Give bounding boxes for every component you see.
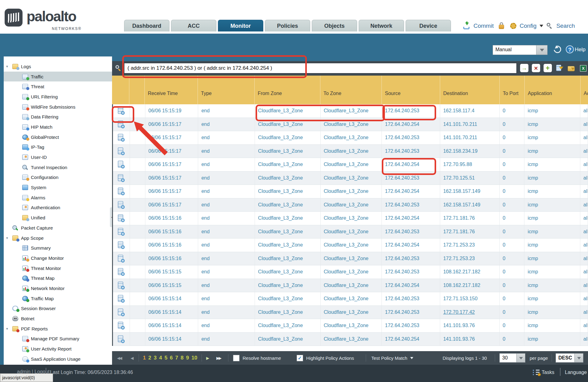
cell-from-zone[interactable]: Cloudflare_L3_Zone [255, 265, 321, 279]
highlight-policy-checkbox[interactable]: ✓ [297, 355, 303, 361]
apply-filter-icon[interactable]: → [520, 64, 528, 72]
cell-action[interactable]: allow [580, 198, 588, 212]
cell-to-port[interactable]: 0 [500, 145, 525, 158]
sidebar-item-system[interactable]: System [4, 182, 112, 193]
cell-to-zone[interactable]: Cloudflare_L3_Zone [321, 172, 382, 185]
page-number-7[interactable]: 7 [175, 355, 178, 361]
log-detail-icon[interactable] [118, 174, 125, 182]
cell-source[interactable]: 172.64.240.253 [382, 292, 440, 305]
log-detail-icon[interactable] [118, 187, 125, 195]
cell-destination[interactable]: 172.71.253.23 [440, 239, 500, 252]
cell-destination[interactable]: 141.101.70.211 [440, 118, 500, 131]
tab-policies[interactable]: Policies [265, 20, 310, 31]
commit-button[interactable]: Commit [473, 23, 494, 29]
cell-source[interactable]: 172.64.240.253 [382, 131, 440, 144]
next-page-button[interactable]: ▶ [206, 356, 208, 360]
sidebar-item-threat-map[interactable]: Threat Map [4, 273, 112, 283]
cell-action[interactable]: allow [580, 239, 588, 252]
cell-to-port[interactable]: 0 [500, 118, 525, 131]
cell-source[interactable]: 172.64.240.253 [382, 265, 440, 279]
sidebar-item-tunnel-inspection[interactable]: Tunnel Inspection [4, 162, 112, 172]
refresh-mode-select[interactable]: Manual [493, 45, 548, 55]
language-button[interactable]: Language [565, 370, 587, 375]
cell-destination[interactable]: 172.71.253.23 [440, 252, 500, 265]
sidebar-item-wildfire-submissions[interactable]: WildFire Submissions [4, 102, 112, 112]
cell-to-port[interactable]: 0 [500, 252, 525, 265]
cell-application[interactable]: icmp [524, 225, 580, 239]
cell-to-port[interactable]: 0 [500, 225, 525, 239]
cell-to-zone[interactable]: Cloudflare_L3_Zone [321, 279, 382, 292]
column-header-to-port[interactable]: To Port [499, 76, 524, 104]
sidebar-item-traffic[interactable]: Traffic [4, 72, 112, 82]
expander-icon[interactable]: ▼ [6, 327, 12, 330]
page-number-1[interactable]: 1 [143, 355, 146, 361]
tasks-button[interactable]: Tasks [542, 370, 554, 375]
sidebar-item-botnet[interactable]: Botnet [4, 313, 112, 324]
sidebar-item-url-filtering[interactable]: URL Filtering [4, 92, 112, 102]
cell-source[interactable]: 172.64.240.253 [382, 145, 440, 158]
sidebar-item-traffic-map[interactable]: Traffic Map [4, 293, 112, 304]
cell-to-zone[interactable]: Cloudflare_L3_Zone [321, 319, 382, 332]
cell-action[interactable]: allow [580, 212, 588, 225]
cell-from-zone[interactable]: Cloudflare_L3_Zone [255, 158, 321, 171]
clear-filter-icon[interactable]: × [532, 64, 540, 72]
cell-action[interactable]: allow [580, 279, 588, 292]
load-filter-icon[interactable] [567, 64, 575, 72]
cell-action[interactable]: allow [580, 104, 588, 118]
sidebar-item-data-filtering[interactable]: Data Filtering [4, 112, 112, 122]
sidebar-item-threat-monitor[interactable]: Threat Monitor [4, 263, 112, 273]
cell-source[interactable]: 172.64.240.253 [382, 306, 440, 319]
cell-from-zone[interactable]: Cloudflare_L3_Zone [255, 225, 321, 239]
sidebar-item-network-monitor[interactable]: Network Monitor [4, 283, 112, 293]
log-detail-icon[interactable] [118, 268, 125, 276]
cell-application[interactable]: icmp [524, 279, 580, 292]
sidebar-item-summary[interactable]: Summary [4, 243, 112, 253]
cell-to-port[interactable]: 0 [500, 239, 525, 252]
cell-action[interactable]: allow [580, 225, 588, 239]
log-detail-icon[interactable] [118, 281, 125, 289]
last-page-button[interactable]: ▶▶ [216, 356, 221, 360]
cell-source[interactable]: 172.64.240.254 [382, 239, 440, 252]
page-number-9[interactable]: 9 [186, 355, 189, 361]
cell-action[interactable]: allow [580, 118, 588, 131]
test-policy-match-button[interactable]: Test Policy Match [371, 355, 407, 361]
log-detail-icon[interactable] [118, 160, 125, 168]
column-header-receive-time[interactable]: Receive Time [144, 76, 198, 104]
log-detail-icon[interactable] [118, 201, 125, 209]
tab-objects[interactable]: Objects [312, 20, 357, 31]
log-detail-icon[interactable] [118, 295, 125, 303]
tab-network[interactable]: Network [359, 20, 404, 31]
log-detail-icon[interactable] [118, 147, 125, 155]
cell-to-port[interactable]: 0 [500, 185, 525, 198]
page-number-8[interactable]: 8 [181, 355, 183, 361]
cell-action[interactable]: allow [580, 319, 588, 332]
help-label[interactable]: Help [575, 47, 586, 53]
cell-application[interactable]: icmp [524, 265, 580, 279]
refresh-mode-dropdown-icon[interactable] [536, 45, 547, 55]
cell-from-zone[interactable]: Cloudflare_L3_Zone [255, 185, 321, 198]
column-header-action[interactable]: Action [580, 76, 588, 104]
cell-application[interactable]: icmp [524, 212, 580, 225]
cell-to-port[interactable]: 0 [500, 172, 525, 185]
prev-page-button[interactable]: ◀ [131, 356, 133, 360]
cell-to-port[interactable]: 0 [500, 131, 525, 144]
sidebar-item-user-id[interactable]: User-ID [4, 152, 112, 162]
cell-application[interactable]: icmp [524, 145, 580, 158]
cell-destination[interactable]: 172.70.95.88 [440, 158, 500, 171]
cell-action[interactable]: allow [580, 131, 588, 144]
cell-to-port[interactable]: 0 [500, 104, 525, 118]
cell-application[interactable]: icmp [524, 239, 580, 252]
cell-destination[interactable]: 172.71.153.150 [440, 292, 500, 305]
lock-icon[interactable] [498, 22, 505, 30]
expander-icon[interactable]: ▼ [6, 65, 12, 68]
cell-source[interactable]: 172.64.240.254 [382, 212, 440, 225]
cell-application[interactable]: icmp [524, 131, 580, 144]
sidebar-item-app-scope[interactable]: ▼App Scope [4, 233, 112, 243]
cell-source[interactable]: 172.64.240.253 [382, 198, 440, 212]
cell-to-port[interactable]: 0 [500, 306, 525, 319]
cell-action[interactable]: allow [580, 265, 588, 279]
cell-source[interactable]: 172.64.240.254 [382, 333, 440, 346]
cell-from-zone[interactable]: Cloudflare_L3_Zone [255, 333, 321, 346]
cell-from-zone[interactable]: Cloudflare_L3_Zone [255, 172, 321, 185]
cell-source[interactable]: 172.64.240.254 [382, 185, 440, 198]
